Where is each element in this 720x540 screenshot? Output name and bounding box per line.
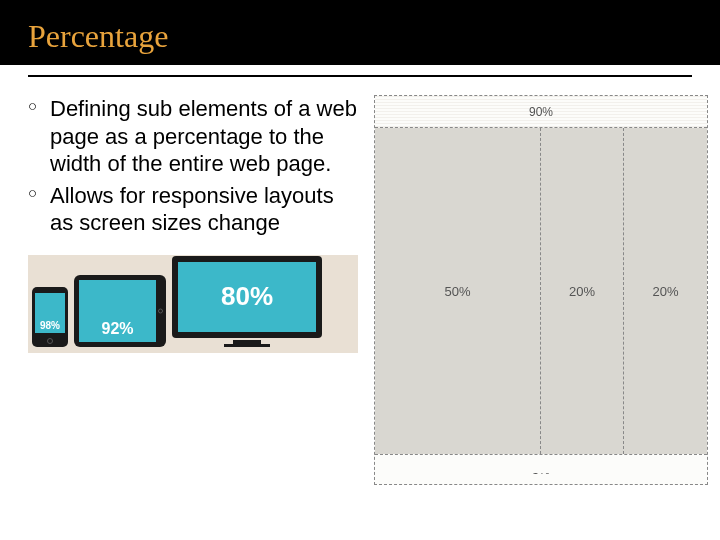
tablet-device: 92% [74, 275, 166, 347]
monitor-device: 80% [172, 256, 322, 347]
layout-col-a: 50% [375, 128, 541, 454]
monitor-body: 80% [172, 256, 322, 338]
right-column: 90% 50% 20% 20% 5% [368, 95, 708, 485]
layout-col-c: 20% [624, 128, 707, 454]
phone-device: 98% [32, 287, 68, 347]
bullet-item: Defining sub elements of a web page as a… [28, 95, 360, 178]
left-column: Defining sub elements of a web page as a… [28, 95, 368, 485]
slide-content: Defining sub elements of a web page as a… [0, 77, 720, 485]
slide-title: Percentage [28, 18, 692, 55]
layout-footer-row: 5% [375, 454, 707, 484]
slide-header: Percentage [0, 0, 720, 65]
home-button-icon [158, 308, 163, 313]
tablet-body: 92% [74, 275, 166, 347]
devices-illustration: 98% 92% 80% [28, 255, 358, 353]
monitor-base [224, 344, 270, 347]
phone-body: 98% [32, 287, 68, 347]
bullet-list: Defining sub elements of a web page as a… [28, 95, 360, 237]
layout-footer-label: 5% [532, 463, 549, 477]
layout-columns-row: 50% 20% 20% [375, 128, 707, 454]
monitor-screen: 80% [178, 262, 316, 332]
phone-screen: 98% [35, 293, 65, 333]
layout-header-row: 90% [375, 96, 707, 128]
home-button-icon [47, 338, 53, 344]
bullet-item: Allows for responsive layouts as screen … [28, 182, 360, 237]
layout-col-b: 20% [541, 128, 624, 454]
layout-diagram: 90% 50% 20% 20% 5% [374, 95, 708, 485]
tablet-screen: 92% [79, 280, 156, 342]
